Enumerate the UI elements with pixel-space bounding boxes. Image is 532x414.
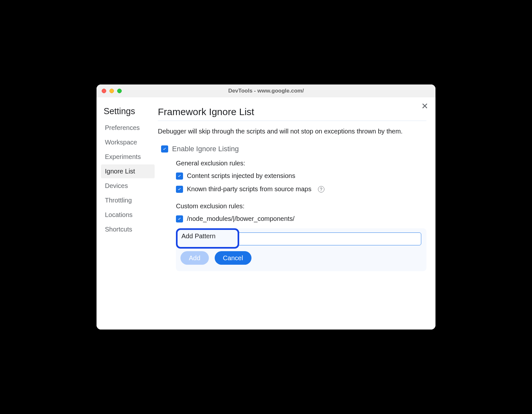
general-rule-checkbox[interactable]: [176, 186, 183, 193]
add-pattern-panel: Add Pattern /framework\.js$ Add Cancel: [176, 228, 426, 271]
general-rule-label: Known third-party scripts from source ma…: [187, 185, 312, 193]
add-pattern-highlight: Add Pattern: [176, 228, 239, 249]
enable-ignore-label: Enable Ignore Listing: [172, 145, 239, 153]
general-rule-label: Content scripts injected by extensions: [187, 172, 295, 180]
close-icon[interactable]: ✕: [421, 102, 428, 110]
main-panel: Framework Ignore List Debugger will skip…: [155, 97, 435, 330]
titlebar: DevTools - www.google.com/: [97, 84, 435, 97]
button-row: Add Cancel: [180, 251, 421, 265]
custom-rule-row: /node_modules/|/bower_components/: [158, 215, 426, 222]
enable-ignore-row: Enable Ignore Listing: [161, 145, 426, 153]
cancel-button[interactable]: Cancel: [215, 251, 251, 265]
enable-ignore-checkbox[interactable]: [161, 145, 168, 153]
help-icon[interactable]: ?: [318, 186, 324, 192]
page-description: Debugger will skip through the scripts a…: [158, 127, 426, 136]
check-icon: [177, 173, 182, 179]
check-icon: [177, 216, 182, 222]
sidebar-item-devices[interactable]: Devices: [101, 179, 155, 193]
sidebar-item-ignore-list[interactable]: Ignore List: [101, 164, 155, 178]
custom-rule-label: /node_modules/|/bower_components/: [187, 215, 294, 222]
window-title: DevTools - www.google.com/: [97, 88, 435, 94]
sidebar-item-throttling[interactable]: Throttling: [101, 193, 155, 207]
sidebar-item-workspace[interactable]: Workspace: [101, 135, 155, 149]
add-button[interactable]: Add: [180, 251, 209, 265]
check-icon: [162, 146, 167, 152]
sidebar-item-locations[interactable]: Locations: [101, 208, 155, 222]
check-icon: [177, 187, 182, 192]
sidebar-item-preferences[interactable]: Preferences: [101, 121, 155, 135]
settings-heading: Settings: [101, 106, 155, 121]
custom-rules-heading: Custom exclusion rules:: [158, 202, 426, 210]
general-rule-row: Known third-party scripts from source ma…: [158, 185, 426, 193]
devtools-window: DevTools - www.google.com/ ✕ Settings Pr…: [97, 84, 435, 330]
general-rules-heading: General exclusion rules:: [158, 160, 426, 167]
add-pattern-label: Add Pattern: [181, 232, 234, 240]
page-title: Framework Ignore List: [158, 106, 426, 121]
custom-rule-checkbox[interactable]: [176, 215, 183, 222]
sidebar-item-shortcuts[interactable]: Shortcuts: [101, 222, 155, 236]
general-rule-row: Content scripts injected by extensions: [158, 172, 426, 180]
sidebar-item-experiments[interactable]: Experiments: [101, 150, 155, 164]
general-rule-checkbox[interactable]: [176, 172, 183, 180]
sidebar: Settings PreferencesWorkspaceExperiments…: [97, 97, 155, 330]
settings-body: ✕ Settings PreferencesWorkspaceExperimen…: [97, 97, 435, 330]
